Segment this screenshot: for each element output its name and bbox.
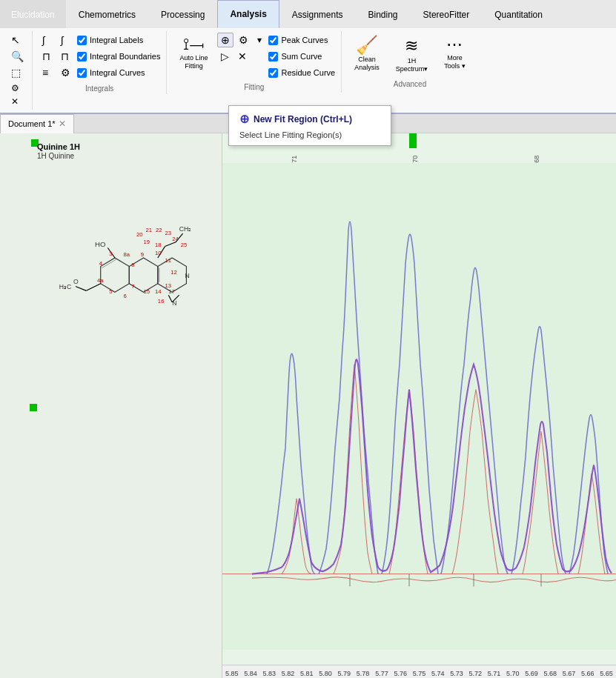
svg-line-10 — [86, 284, 100, 291]
svg-text:24: 24 — [172, 236, 179, 242]
tooltip-popup: ⊕ New Fit Region (Ctrl+L) Select Line Fi… — [228, 105, 391, 146]
clean-analysis-btn[interactable]: 🧹 CleanAnalysis — [348, 33, 386, 76]
x-label-580: 5.80 — [319, 670, 332, 677]
molecule-subtitle: 1H Quinine — [37, 152, 74, 160]
cursor-btn[interactable]: ↖ — [7, 33, 27, 47]
svg-text:13: 13 — [165, 282, 172, 289]
fitting-group: ⟟⟞ Auto LineFitting ⊕ ⚙ ▾ — [170, 31, 342, 93]
new-fit-icon: ⊕ — [221, 34, 230, 46]
svg-text:4a: 4a — [97, 277, 104, 284]
tab-quantitation[interactable]: Quantitation — [482, 0, 555, 28]
x-label-572: 5.72 — [468, 670, 482, 677]
svg-text:10: 10 — [155, 250, 162, 256]
ribbon-tools-group: ↖ 🔍 ⬚ ⚙ ✕ — [4, 31, 33, 110]
svg-rect-45 — [222, 163, 616, 649]
tab-assignments[interactable]: Assignments — [279, 0, 356, 28]
svg-text:23: 23 — [165, 230, 172, 236]
tooltip-icon: ⊕ — [239, 112, 249, 126]
integral-icon-5[interactable]: ⊓ — [57, 49, 74, 64]
integral-curves-checkbox[interactable]: Integral Curves — [77, 65, 160, 80]
integral-boundaries-checkbox[interactable]: Integral Boundaries — [77, 49, 160, 64]
x-label-579: 5.79 — [338, 670, 351, 677]
svg-text:8a: 8a — [124, 251, 130, 258]
integral-icon-6[interactable]: ⚙ — [57, 65, 74, 80]
svg-text:6: 6 — [124, 293, 127, 299]
fit-run-btn[interactable]: ▷ — [217, 49, 233, 64]
fit-settings-icon: ⚙ — [239, 34, 248, 46]
x-label-568: 5.68 — [544, 670, 557, 677]
svg-text:8: 8 — [131, 262, 134, 268]
svg-text:9: 9 — [141, 251, 144, 258]
tab-processing[interactable]: Processing — [148, 0, 217, 28]
auto-line-fitting-btn[interactable]: ⟟⟞ Auto LineFitting — [173, 33, 214, 74]
integral-icon-1[interactable]: ∫ — [39, 33, 54, 47]
svg-text:7: 7 — [131, 283, 134, 290]
x-label-578: 5.78 — [357, 670, 370, 677]
fit-delete-icon: ✕ — [238, 50, 247, 62]
svg-text:18: 18 — [155, 242, 162, 248]
x-label-582: 5.82 — [282, 670, 295, 677]
fit-more-btn[interactable]: ▾ — [254, 33, 265, 47]
x-label-573: 5.73 — [450, 670, 463, 677]
main-content-area: Quinine 1H 1H Quinine CH₂ — [0, 133, 616, 678]
peak-curves-checkbox[interactable]: Peak Curves — [268, 33, 335, 47]
settings-btn[interactable]: ⚙ — [7, 82, 27, 95]
x-label-565: 5.65 — [600, 670, 613, 677]
spectrum-1h-btn[interactable]: ≋ 1HSpectrum▾ — [389, 33, 435, 77]
spectrum-chart-area[interactable]: M₂₃ -5.71 -5.70 -5.68 — [222, 133, 616, 678]
integrals-group: ∫ ⊓ ≡ ∫ ⊓ ⚙ Integral Labels Integral Bou… — [36, 31, 167, 94]
svg-text:5: 5 — [109, 288, 112, 295]
svg-text:HO: HO — [95, 240, 106, 248]
svg-text:20: 20 — [136, 231, 143, 238]
x-label-585: 5.85 — [225, 670, 239, 677]
advanced-group: 🧹 CleanAnalysis ≋ 1HSpectrum▾ ⋯ MoreTool… — [345, 31, 478, 90]
tab-stereofitter[interactable]: StereoFitter — [411, 0, 483, 28]
integral-icon-4[interactable]: ∫ — [57, 33, 74, 47]
ribbon-tab-bar: Elucidation Chemometrics Processing Anal… — [0, 0, 616, 28]
svg-text:22: 22 — [156, 227, 162, 233]
svg-text:16: 16 — [158, 298, 165, 305]
svg-text:12: 12 — [170, 269, 177, 276]
sum-curve-checkbox[interactable]: Sum Curve — [268, 49, 335, 64]
x-label-576: 5.76 — [394, 670, 407, 677]
more-tools-icon: ⋯ — [446, 36, 463, 53]
svg-text:3: 3 — [109, 250, 112, 257]
x-label-571: 5.71 — [488, 670, 501, 677]
molecule-name: Quinine 1H — [37, 142, 80, 151]
svg-text:11: 11 — [165, 257, 172, 264]
svg-text:H₃C: H₃C — [59, 283, 72, 290]
clean-analysis-icon: 🧹 — [356, 36, 378, 54]
select-btn[interactable]: ⬚ — [7, 65, 27, 80]
svg-line-17 — [102, 259, 116, 268]
residue-curve-checkbox[interactable]: Residue Curve — [268, 65, 335, 80]
document-tab[interactable]: Document 1* ✕ — [0, 114, 74, 133]
tab-binding[interactable]: Binding — [356, 0, 411, 28]
integral-icon-2[interactable]: ⊓ — [39, 49, 54, 64]
more-tools-btn[interactable]: ⋯ MoreTools ▾ — [437, 33, 472, 74]
x-label-567: 5.67 — [563, 670, 576, 677]
x-axis-bar: 5.85 5.84 5.83 5.82 5.81 5.80 5.79 5.78 … — [222, 665, 616, 678]
svg-text:4: 4 — [99, 260, 103, 267]
integral-icon-3[interactable]: ≡ — [39, 65, 54, 80]
tab-chemometrics[interactable]: Chemometrics — [66, 0, 148, 28]
integral-labels-checkbox[interactable]: Integral Labels — [77, 33, 160, 47]
tab-elucidation[interactable]: Elucidation — [0, 0, 66, 28]
new-fit-region-btn[interactable]: ⊕ — [217, 33, 234, 47]
tab-analysis[interactable]: Analysis — [217, 0, 279, 28]
tooltip-description: Select Line Fitting Region(s) — [239, 130, 380, 139]
delete-btn[interactable]: ✕ — [7, 95, 27, 108]
integrals-group-label: Integrals — [39, 82, 160, 93]
x-label-577: 5.77 — [375, 670, 388, 677]
x-label-570: 5.70 — [506, 670, 520, 677]
svg-text:O: O — [73, 278, 79, 285]
svg-text:14: 14 — [155, 288, 162, 295]
svg-text:15: 15 — [144, 288, 150, 295]
ribbon-panel: ↖ 🔍 ⬚ ⚙ ✕ ∫ ⊓ ≡ ∫ ⊓ ⚙ Integral — [0, 28, 616, 114]
svg-text:CH₂: CH₂ — [179, 225, 192, 233]
fit-delete-btn[interactable]: ✕ — [234, 49, 251, 64]
fit-settings-btn[interactable]: ⚙ — [235, 33, 252, 47]
fitting-group-label: Fitting — [173, 80, 335, 91]
zoom-btn[interactable]: 🔍 — [7, 49, 27, 64]
x-label-584: 5.84 — [244, 670, 257, 677]
document-close-btn[interactable]: ✕ — [59, 119, 66, 129]
